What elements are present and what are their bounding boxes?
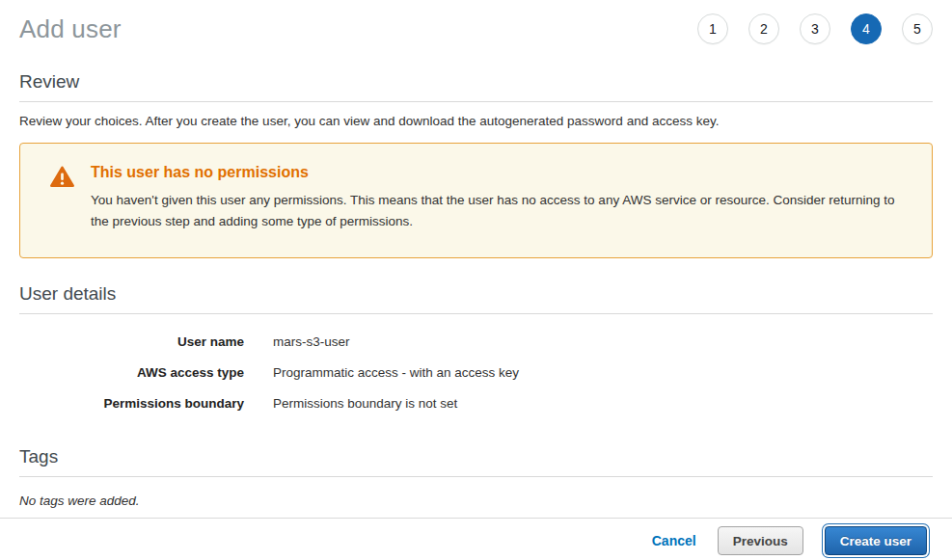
create-user-button[interactable]: Create user (825, 526, 927, 555)
warning-body: You haven't given this user any permissi… (91, 190, 898, 232)
user-name-row: User name mars-s3-user (19, 327, 933, 358)
warning-title: This user has no permissions (91, 164, 898, 181)
tags-section: Tags No tags were added. (19, 446, 933, 508)
aws-access-type-row: AWS access type Programmatic access - wi… (19, 358, 933, 388)
tags-empty-message: No tags were added. (19, 493, 933, 508)
permissions-boundary-row: Permissions boundary Permissions boundar… (19, 388, 933, 419)
warning-content: This user has no permissions You haven't… (91, 164, 898, 234)
wizard-step-indicators: 1 2 3 4 5 (697, 13, 933, 44)
review-section: Review Review your choices. After you cr… (19, 71, 933, 128)
wizard-footer-actions: Cancel Previous Create user (0, 518, 952, 555)
step-5-indicator[interactable]: 5 (902, 13, 933, 44)
cancel-link[interactable]: Cancel (652, 533, 696, 548)
tags-heading: Tags (19, 446, 933, 477)
step-4-indicator-active[interactable]: 4 (851, 13, 882, 44)
add-user-wizard-page: Add user 1 2 3 4 5 Review Review your ch… (0, 0, 952, 508)
user-name-value: mars-s3-user (244, 334, 350, 350)
permissions-boundary-value: Permissions boundary is not set (244, 396, 457, 412)
user-details-section: User details User name mars-s3-user AWS … (19, 283, 933, 419)
permissions-boundary-label: Permissions boundary (19, 396, 244, 412)
aws-access-type-value: Programmatic access - with an access key (244, 365, 519, 381)
review-heading: Review (19, 71, 933, 102)
step-2-indicator[interactable]: 2 (748, 13, 779, 44)
aws-access-type-label: AWS access type (19, 365, 244, 381)
step-3-indicator[interactable]: 3 (800, 13, 830, 44)
page-title: Add user (19, 14, 122, 44)
no-permissions-warning-callout: This user has no permissions You haven't… (19, 143, 933, 258)
review-description: Review your choices. After you create th… (19, 114, 933, 128)
user-name-label: User name (19, 334, 244, 350)
user-details-heading: User details (19, 283, 933, 314)
step-1-indicator[interactable]: 1 (697, 13, 728, 44)
warning-triangle-icon (50, 166, 74, 234)
user-details-rows: User name mars-s3-user AWS access type P… (19, 327, 933, 419)
previous-button[interactable]: Previous (718, 526, 803, 555)
wizard-header: Add user 1 2 3 4 5 (19, 0, 933, 44)
